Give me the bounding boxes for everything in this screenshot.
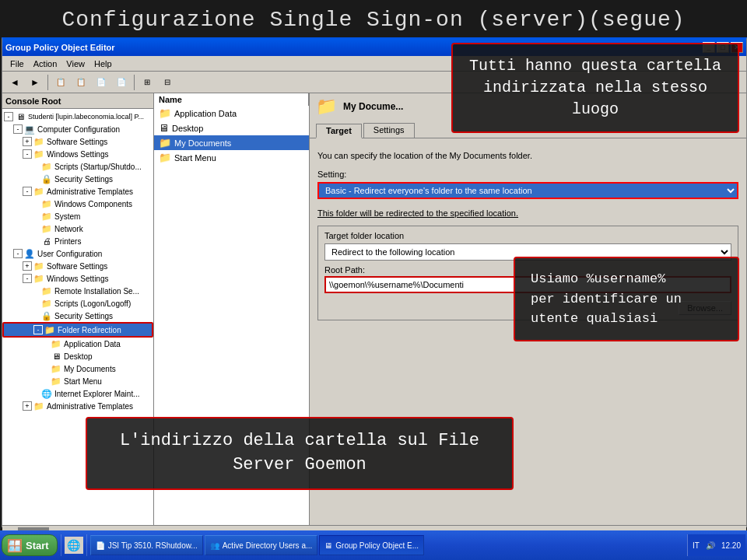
- tab-target[interactable]: Target: [316, 124, 362, 138]
- menu-file[interactable]: File: [5, 58, 29, 69]
- ad-icon: 👥: [210, 541, 219, 550]
- toolbar-btn-6[interactable]: ⊟: [158, 74, 177, 91]
- security-icon-2: 🔒: [41, 310, 52, 321]
- quicklaunch-ie-icon[interactable]: 🌐: [65, 537, 83, 554]
- volume-icon[interactable]: 🔊: [706, 541, 715, 550]
- file-folder-icon-3: 📁: [159, 152, 171, 163]
- tree-item-security[interactable]: 🔒 Security Settings: [2, 173, 153, 185]
- folder-name-label: My Docume...: [343, 101, 403, 112]
- tree-toggle-ua[interactable]: +: [23, 401, 32, 411]
- menu-action[interactable]: Action: [29, 58, 62, 69]
- folder-big-icon: 📁: [316, 96, 337, 117]
- tree-item-startmenu[interactable]: 📁 Start Menu: [2, 375, 153, 387]
- tree-item-user-sec[interactable]: 🔒 Security Settings: [2, 310, 153, 322]
- ie-icon: 🌐: [41, 388, 52, 399]
- folder-icon-11: 📁: [41, 298, 52, 309]
- tree-toggle-root[interactable]: -: [4, 112, 13, 121]
- back-button[interactable]: ◄: [5, 74, 24, 91]
- taskbar: 🪟 Start 🌐 📄 JSI Tip 3510. RShutdow... 👥 …: [0, 530, 747, 560]
- callout-middle: Usiamo %username% per identificare un ut…: [514, 257, 739, 341]
- folder-icon-9: 📁: [33, 273, 44, 284]
- tree-toggle-ws[interactable]: -: [23, 149, 32, 159]
- tree-item-ie[interactable]: 🌐 Internet Explorer Maint...: [2, 387, 153, 400]
- taskbar-btn-gpo[interactable]: 🖥 Group Policy Object E...: [319, 535, 424, 555]
- tree-toggle-at[interactable]: -: [23, 187, 32, 196]
- toolbar-btn-1[interactable]: 📋: [51, 74, 70, 91]
- clock: 12.20: [721, 541, 741, 550]
- toolbar-btn-4[interactable]: 📄: [112, 74, 131, 91]
- tree-item-desktop[interactable]: 🖥 Desktop: [2, 350, 153, 362]
- tree-item-system[interactable]: 📁 System: [2, 210, 153, 222]
- tree-item-win-settings[interactable]: - 📁 Windows Settings: [2, 148, 153, 160]
- windows-logo-icon: 🪟: [7, 538, 23, 553]
- callout-bottom: L'indirizzo della cartella sul File Serv…: [86, 417, 514, 490]
- tree-item-admin-tmpl[interactable]: - 📁 Administrative Templates: [2, 185, 153, 198]
- tree-header: Console Root: [2, 93, 153, 109]
- tree-toggle-uws[interactable]: -: [23, 274, 32, 283]
- menu-view[interactable]: View: [61, 58, 89, 69]
- tree-item-sw-settings[interactable]: + 📁 Software Settings: [2, 135, 153, 148]
- forward-button[interactable]: ►: [26, 74, 44, 91]
- tree-root[interactable]: - 🖥 Studenti [lupin.labeconomia.local] P…: [2, 110, 153, 123]
- target-group-label: Target folder location: [324, 231, 731, 240]
- user-icon: 👤: [24, 248, 35, 259]
- tree-item-scripts[interactable]: 📁 Scripts (Startup/Shutdo...: [2, 160, 153, 173]
- file-folder-icon-2: 📁: [159, 137, 171, 149]
- folder-redir-icon: 📁: [44, 324, 55, 335]
- toolbar-separator-2: [134, 75, 135, 90]
- tree-toggle-usw[interactable]: +: [23, 261, 32, 271]
- folder-icon-7: 📁: [41, 223, 52, 234]
- computer-config-icon: 💻: [24, 124, 35, 135]
- folder-icon-15: 📁: [33, 401, 44, 411]
- tab-settings[interactable]: Settings: [363, 123, 415, 138]
- printer-icon: 🖨: [41, 236, 52, 247]
- tree-item-user-config[interactable]: - 👤 User Configuration: [2, 247, 153, 260]
- tree-item-user-admin[interactable]: + 📁 Administrative Templates: [2, 400, 153, 412]
- start-button[interactable]: 🪟 Start: [2, 534, 58, 556]
- tree-item-network[interactable]: 📁 Network: [2, 222, 153, 235]
- file-item-appdata[interactable]: 📁 Application Data: [154, 106, 309, 121]
- tree-item-wincomp[interactable]: 📁 Windows Components: [2, 198, 153, 210]
- tree-item-remote[interactable]: 📁 Remote Installation Se...: [2, 285, 153, 297]
- taskbar-btn-jsi[interactable]: 📄 JSI Tip 3510. RShutdow...: [90, 535, 203, 555]
- folder-icon-1: 📁: [33, 136, 44, 147]
- toolbar-btn-5[interactable]: ⊞: [138, 74, 156, 91]
- tree-item-computer-config[interactable]: - 💻 Computer Configuration: [2, 123, 153, 135]
- toolbar-btn-3[interactable]: 📄: [92, 74, 110, 91]
- tree-toggle-cc[interactable]: -: [13, 124, 23, 134]
- file-item-mydocs[interactable]: 📁 My Documents: [154, 135, 309, 150]
- file-desktop-icon: 🖥: [159, 122, 169, 134]
- setting-select[interactable]: Basic - Redirect everyone's folder to th…: [317, 182, 738, 199]
- jsi-icon: 📄: [96, 541, 105, 550]
- redirect-note: This folder will be redirected to the sp…: [317, 208, 738, 218]
- properties-description: You can specify the location of the My D…: [317, 151, 738, 160]
- tree-item-appdata[interactable]: 📁 Application Data: [2, 338, 153, 350]
- folder-icon-2: 📁: [33, 149, 44, 159]
- tree-toggle-uc[interactable]: -: [13, 249, 23, 258]
- tree-toggle-sw[interactable]: +: [23, 137, 32, 146]
- tree-toggle-fr[interactable]: -: [33, 325, 43, 334]
- folder-icon-3: 📁: [41, 161, 52, 172]
- file-item-desktop[interactable]: 🖥 Desktop: [154, 121, 309, 135]
- file-item-startmenu[interactable]: 📁 Start Menu: [154, 150, 309, 165]
- tree-item-printers[interactable]: 🖨 Printers: [2, 235, 153, 247]
- folder-icon-5: 📁: [41, 198, 52, 209]
- tree-item-folder-redir[interactable]: - 📁 Folder Redirection: [2, 322, 153, 338]
- tree-item-user-ws[interactable]: - 📁 Windows Settings: [2, 272, 153, 285]
- tree-item-scripts-logon[interactable]: 📁 Scripts (Logon/Logoff): [2, 297, 153, 310]
- folder-icon-13: 📁: [51, 363, 61, 374]
- toolbar-btn-2[interactable]: 📋: [72, 74, 90, 91]
- computer-icon: 🖥: [15, 111, 26, 122]
- taskbar-btn-ad[interactable]: 👥 Active Directory Users a...: [205, 535, 318, 555]
- system-tray: IT 🔊 12.20: [687, 534, 745, 556]
- folder-icon-12: 📁: [51, 338, 61, 349]
- toolbar-separator-1: [47, 75, 48, 90]
- tree-item-user-sw[interactable]: + 📁 Software Settings: [2, 260, 153, 272]
- folder-icon-14: 📁: [51, 376, 61, 387]
- tree-item-mydocs[interactable]: 📁 My Documents: [2, 362, 153, 375]
- setting-label: Setting:: [317, 170, 738, 179]
- desktop-icon: 🖥: [51, 351, 61, 362]
- menu-help[interactable]: Help: [89, 58, 117, 69]
- callout-top: Tutti hanno questa cartella indirizzata …: [451, 43, 739, 133]
- gpo-icon: 🖥: [324, 541, 332, 550]
